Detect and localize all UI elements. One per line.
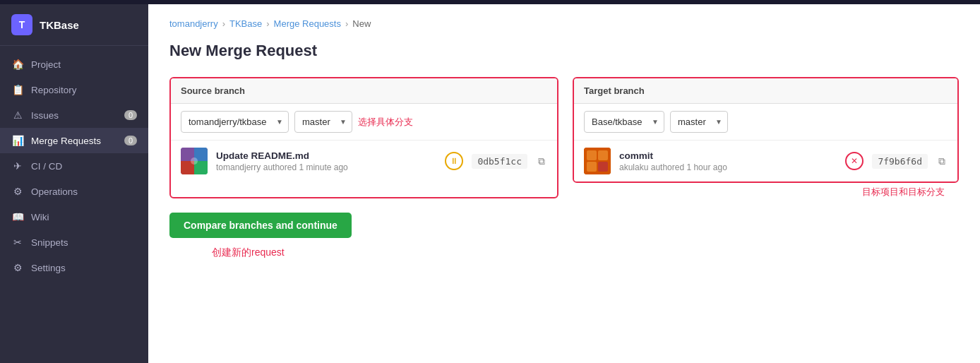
sidebar-item-label: CI / CD <box>31 161 62 172</box>
sidebar-item-operations[interactable]: ⚙ Operations <box>0 179 148 204</box>
target-commit-title: commit <box>619 150 837 161</box>
target-branch-select-wrapper: master ▼ <box>670 111 728 133</box>
target-commit-row: commit akulaku authored 1 hour ago ✕ 7f9… <box>574 140 957 182</box>
ci-cd-icon: ✈ <box>11 160 24 172</box>
sidebar-item-label: Project <box>31 59 61 70</box>
repository-icon: 📋 <box>11 84 24 95</box>
compare-section: Compare branches and continue 创建新的reques… <box>169 213 352 259</box>
sidebar-item-snippets[interactable]: ✂ Snippets <box>0 230 148 255</box>
source-branch-header: Source branch <box>171 78 557 104</box>
sidebar-item-project[interactable]: 🏠 Project <box>0 52 148 77</box>
target-project-select[interactable]: Base/tkbase <box>584 111 664 133</box>
sidebar-item-label: Issues <box>31 110 59 121</box>
project-icon: 🏠 <box>11 59 24 70</box>
sidebar-item-label: Snippets <box>31 237 68 248</box>
sidebar-nav: 🏠 Project 📋 Repository ⚠ Issues 0 📊 Merg… <box>0 46 148 363</box>
snippets-icon: ✂ <box>11 237 24 248</box>
sidebar-item-label: Repository <box>31 85 77 95</box>
wiki-icon: 📖 <box>11 211 24 222</box>
breadcrumb-tkbase[interactable]: TKBase <box>229 18 262 29</box>
target-branch-select[interactable]: master <box>670 111 728 133</box>
avatar-puzzle-icon <box>181 148 208 174</box>
source-branch-select[interactable]: master <box>294 111 352 133</box>
source-project-select[interactable]: tomandjerry/tkbase <box>181 111 289 133</box>
source-branch-annotation: 选择具体分支 <box>358 116 413 129</box>
source-commit-status-icon: ⏸ <box>445 152 463 170</box>
merge-requests-badge: 0 <box>124 136 137 145</box>
target-avatar-icon <box>584 148 611 174</box>
sidebar-item-issues[interactable]: ⚠ Issues 0 <box>0 102 148 128</box>
sidebar-item-label: Operations <box>31 186 78 197</box>
branches-row: Source branch tomandjerry/tkbase ▼ maste… <box>169 77 959 198</box>
breadcrumb: tomandjerry › TKBase › Merge Requests › … <box>169 18 959 29</box>
source-commit-title: Update README.md <box>216 150 436 161</box>
target-commit-avatar <box>584 148 611 174</box>
sidebar-item-merge-requests[interactable]: 📊 Merge Requests 0 <box>0 128 148 153</box>
target-branch-header: Target branch <box>574 78 957 104</box>
breadcrumb-merge-requests[interactable]: Merge Requests <box>274 18 341 29</box>
sidebar-item-settings[interactable]: ⚙ Settings <box>0 255 148 280</box>
svg-rect-9 <box>598 162 608 172</box>
sidebar-item-label: Merge Requests <box>31 136 101 146</box>
target-copy-button[interactable]: ⧉ <box>936 153 948 169</box>
target-commit-info: commit akulaku authored 1 hour ago <box>619 150 837 172</box>
target-commit-status-icon: ✕ <box>845 152 864 170</box>
source-commit-row: Update README.md tomandjerry authored 1 … <box>171 140 557 182</box>
sidebar-item-repository[interactable]: 📋 Repository <box>0 77 148 102</box>
create-request-annotation: 创建新的request <box>212 246 352 259</box>
svg-rect-6 <box>587 150 597 160</box>
logo-icon: T <box>11 14 32 35</box>
target-branch-selectors: Base/tkbase ▼ master ▼ <box>574 104 957 140</box>
sidebar-item-ci-cd[interactable]: ✈ CI / CD <box>0 153 148 179</box>
compare-button[interactable]: Compare branches and continue <box>169 213 352 238</box>
settings-icon: ⚙ <box>11 262 24 273</box>
operations-icon: ⚙ <box>11 186 24 197</box>
target-commit-meta: akulaku authored 1 hour ago <box>619 162 837 172</box>
sidebar-item-wiki[interactable]: 📖 Wiki <box>0 204 148 230</box>
target-commit-hash: 7f9b6f6d <box>872 154 928 169</box>
issues-badge: 0 <box>124 110 137 120</box>
source-copy-button[interactable]: ⧉ <box>536 153 547 169</box>
main-content: tomandjerry › TKBase › Merge Requests › … <box>148 4 980 363</box>
sidebar-item-label: Wiki <box>31 212 49 222</box>
target-branch-panel: Target branch Base/tkbase ▼ master <box>573 77 959 183</box>
source-commit-meta: tomandjerry authored 1 minute ago <box>216 162 436 172</box>
source-branch-select-wrapper: master ▼ <box>294 111 352 133</box>
source-commit-avatar <box>181 148 208 174</box>
issues-icon: ⚠ <box>11 109 24 121</box>
sidebar: T TKBase 🏠 Project 📋 Repository ⚠ Issues… <box>0 4 148 363</box>
source-commit-hash: 0db5f1cc <box>472 154 527 169</box>
sidebar-item-label: Settings <box>31 263 66 273</box>
breadcrumb-new: New <box>352 18 371 29</box>
svg-point-4 <box>191 157 198 165</box>
source-branch-selectors: tomandjerry/tkbase ▼ master ▼ 选择具体分支 <box>171 104 557 140</box>
source-commit-info: Update README.md tomandjerry authored 1 … <box>216 150 436 172</box>
app-layout: T TKBase 🏠 Project 📋 Repository ⚠ Issues… <box>0 4 980 363</box>
source-project-select-wrapper: tomandjerry/tkbase ▼ <box>181 111 289 133</box>
target-branch-annotation: 目标项目和目标分支 <box>573 186 945 198</box>
svg-rect-7 <box>598 150 608 160</box>
source-branch-panel: Source branch tomandjerry/tkbase ▼ maste… <box>169 77 558 198</box>
page-title: New Merge Request <box>169 42 959 60</box>
target-project-select-wrapper: Base/tkbase ▼ <box>584 111 664 133</box>
app-name: TKBase <box>40 19 79 31</box>
breadcrumb-tomandjerry[interactable]: tomandjerry <box>169 18 218 29</box>
target-branch-container: Target branch Base/tkbase ▼ master <box>573 77 959 198</box>
merge-requests-icon: 📊 <box>11 135 24 146</box>
svg-rect-8 <box>587 162 597 172</box>
sidebar-logo: T TKBase <box>0 4 148 46</box>
